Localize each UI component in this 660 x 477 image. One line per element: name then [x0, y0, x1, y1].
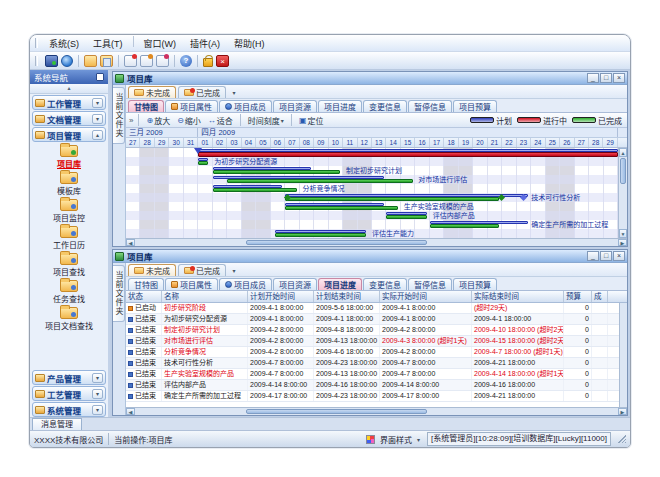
minimize-button[interactable] — [587, 251, 599, 261]
table-row[interactable]: 已结束生产实验室规模的产品2009-4-7 8:00:002009-4-13 1… — [126, 369, 619, 380]
sidebar-group-collapsed[interactable]: 系统管理 — [32, 402, 106, 417]
actual-bar[interactable] — [213, 188, 297, 192]
sidebar-item[interactable]: 任务查找 — [30, 279, 108, 306]
chevron-icon[interactable] — [92, 130, 103, 140]
close-button[interactable] — [613, 251, 625, 261]
sidebar-group-collapsed[interactable]: 产品管理 — [32, 370, 106, 385]
tab-项目属性[interactable]: 项目属性 — [165, 278, 218, 290]
pin-icon[interactable] — [96, 73, 104, 81]
chevron-down-icon[interactable] — [417, 435, 420, 444]
column-header[interactable]: 状态 — [126, 291, 162, 302]
tab-暂停信息[interactable]: 暂停信息 — [408, 278, 452, 290]
actual-bar[interactable] — [285, 197, 499, 201]
actual-bar[interactable] — [275, 233, 366, 237]
column-header[interactable]: 计划结束时间 — [314, 291, 380, 302]
panel-title-bar[interactable]: 项目库 — [113, 72, 627, 85]
sidebar-item[interactable]: 模板库 — [30, 171, 108, 198]
exit-icon[interactable] — [216, 55, 229, 67]
tab-暂停信息[interactable]: 暂停信息 — [408, 100, 452, 112]
actual-bar[interactable] — [430, 224, 499, 228]
current-folder-tab[interactable]: 当前文件夹 — [113, 87, 125, 144]
chevron-icon[interactable] — [92, 405, 103, 415]
tab-变更信息[interactable]: 变更信息 — [363, 278, 407, 290]
scrollbar-thumb[interactable] — [246, 240, 426, 245]
timescale-button[interactable]: 时间刻度 — [246, 115, 286, 126]
zoom-in-button[interactable]: ⊕放大 — [144, 115, 172, 126]
overflow-icon[interactable] — [129, 116, 133, 125]
maximize-button[interactable] — [600, 73, 612, 83]
scroll-up-icon[interactable]: ▲ — [619, 148, 627, 157]
gantt-horizontal-scrollbar[interactable]: ◀ ▶ — [126, 238, 627, 246]
menu-item[interactable]: 系统(S) — [42, 36, 86, 51]
folder-tab[interactable]: 已完成 — [178, 86, 226, 98]
toolbar-grip[interactable] — [35, 56, 38, 66]
current-folder-tab[interactable]: 当前文件夹 — [113, 265, 125, 322]
folder-icon[interactable] — [84, 55, 97, 67]
scrollbar-thumb[interactable] — [620, 158, 626, 184]
table-row[interactable]: 已结束评估内部产品2009-4-14 8:00:002009-4-16 18:0… — [126, 380, 619, 391]
tab-项目资源[interactable]: 项目资源 — [273, 100, 317, 112]
lock-icon[interactable] — [203, 58, 213, 67]
column-header[interactable]: 预算 — [564, 291, 592, 302]
tab-甘特图[interactable]: 甘特图 — [128, 100, 164, 112]
close-button[interactable] — [613, 73, 625, 83]
interface-style-label[interactable]: 界面样式 — [380, 434, 412, 445]
tab-项目预算[interactable]: 项目预算 — [453, 278, 497, 290]
globe-icon[interactable] — [61, 55, 73, 67]
resize-grip[interactable] — [618, 435, 626, 443]
column-header[interactable]: 名称 — [162, 291, 248, 302]
panel-title-bar[interactable]: 项目库 — [113, 250, 627, 263]
tab-项目成员[interactable]: 项目成员 — [219, 100, 272, 112]
tab-项目属性[interactable]: 项目属性 — [165, 100, 218, 112]
actual-bar[interactable] — [198, 161, 208, 165]
sidebar-group-expanded[interactable]: 项目管理 — [32, 127, 106, 142]
scroll-down-icon[interactable]: ▼ — [619, 229, 627, 238]
column-header[interactable]: 成 — [592, 291, 608, 302]
table-row[interactable]: 已结束对市场进行评估2009-4-2 8:00:002009-4-13 18:0… — [126, 336, 619, 347]
sidebar-item[interactable]: 项目监控 — [30, 198, 108, 225]
chevron-down-icon[interactable] — [228, 87, 240, 98]
menu-item[interactable]: 工具(T) — [86, 36, 130, 51]
message-management-tab[interactable]: 消息管理 — [32, 418, 82, 430]
scroll-left-icon[interactable]: ◀ — [126, 239, 135, 246]
folder-tab[interactable]: 已完成 — [178, 264, 226, 276]
scroll-left-icon[interactable]: ◀ — [126, 408, 135, 415]
sidebar-item[interactable]: 项目文档查找 — [30, 306, 108, 333]
zoom-out-button[interactable]: ⊖缩小 — [175, 115, 203, 126]
actual-bar[interactable] — [386, 215, 427, 219]
gantt-vertical-scrollbar[interactable]: ▲ ▼ — [618, 148, 627, 238]
maximize-button[interactable] — [600, 251, 612, 261]
actual-bar[interactable] — [285, 206, 398, 210]
tab-项目预算[interactable]: 项目预算 — [453, 100, 497, 112]
scroll-right-icon[interactable]: ▶ — [618, 239, 627, 246]
help-icon[interactable] — [180, 55, 192, 67]
sidebar-item[interactable]: 工作日历 — [30, 225, 108, 252]
column-header[interactable]: 计划开始时间 — [248, 291, 314, 302]
table-vertical-scrollbar[interactable] — [619, 303, 627, 407]
folder-tab[interactable]: 未完成 — [128, 86, 176, 98]
column-header[interactable]: 实际开始时间 — [380, 291, 472, 302]
tab-项目进度[interactable]: 项目进度 — [318, 278, 362, 290]
fit-button[interactable]: ↔适合 — [206, 115, 235, 126]
chevron-icon[interactable] — [92, 98, 103, 108]
chevron-down-icon[interactable] — [228, 265, 240, 276]
menu-item[interactable]: 窗口(W) — [137, 36, 184, 51]
chevron-icon[interactable] — [92, 114, 103, 124]
table-row[interactable]: 已启动初步研究阶段2009-4-1 8:00:002009-5-6 18:00:… — [126, 303, 619, 314]
folder-tab[interactable]: 未完成 — [128, 264, 176, 276]
folder-view-icon[interactable] — [100, 55, 113, 67]
remote-desktop-icon[interactable] — [45, 55, 58, 67]
table-row[interactable]: 已结束技术可行性分析2009-4-7 8:00:002009-4-23 18:0… — [126, 358, 619, 369]
menu-item[interactable]: 帮助(H) — [227, 36, 272, 51]
interface-style-icon[interactable] — [366, 435, 375, 444]
tab-项目进度[interactable]: 项目进度 — [318, 100, 362, 112]
tab-变更信息[interactable]: 变更信息 — [363, 100, 407, 112]
scroll-right-icon[interactable]: ▶ — [618, 408, 627, 415]
sidebar-group-collapsed[interactable]: 文档管理 — [32, 111, 106, 126]
sidebar-group-collapsed[interactable]: 工作管理 — [32, 95, 106, 110]
actual-bar[interactable] — [198, 152, 618, 157]
sidebar-item[interactable]: 项目库 — [30, 144, 108, 171]
chevron-icon[interactable] — [92, 373, 103, 383]
actual-bar[interactable] — [213, 170, 340, 174]
minimize-button[interactable] — [587, 73, 599, 83]
